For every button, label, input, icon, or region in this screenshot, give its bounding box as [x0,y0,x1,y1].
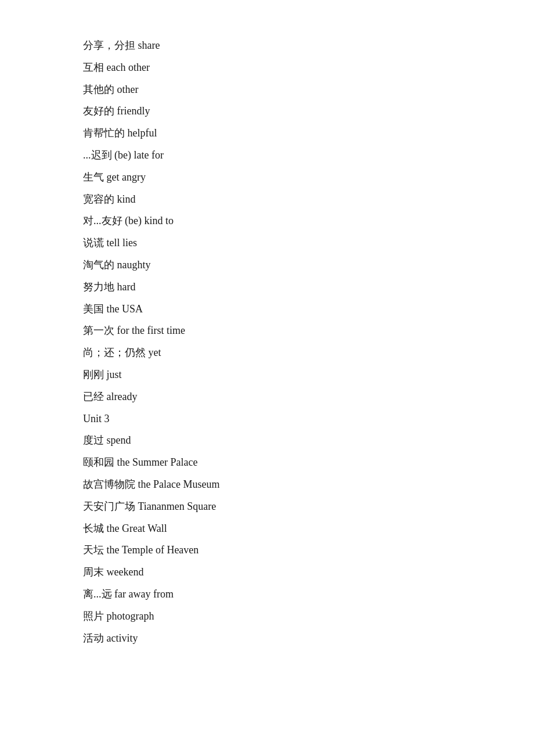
item-16: 刚刚 just [83,364,451,386]
item-9: 对...友好 (be) kind to [83,210,451,232]
unit-heading: Unit 3 [83,408,451,430]
main-content: 分享，分担 share互相 each other其他的 other友好的 fri… [0,0,534,684]
item-6: ...迟到 (be) late for [83,145,451,167]
item-1: 分享，分担 share [83,35,451,57]
item-4: 友好的 friendly [83,100,451,123]
item-15: 尚；还；仍然 yet [83,342,451,364]
item-10: 说谎 tell lies [83,232,451,254]
item-27: 活动 activity [83,628,451,650]
item-5: 肯帮忙的 helpful [83,123,451,145]
item-26: 照片 photograph [83,606,451,628]
item-3: 其他的 other [83,79,451,101]
item-23: 天坛 the Temple of Heaven [83,539,451,561]
item-24: 周末 weekend [83,561,451,584]
item-25: 离...远 far away from [83,584,451,606]
item-17: 已经 already [83,386,451,408]
item-19: 颐和园 the Summer Palace [83,452,451,474]
item-7: 生气 get angry [83,167,451,189]
item-2: 互相 each other [83,57,451,79]
item-22: 长城 the Great Wall [83,518,451,540]
item-14: 第一次 for the first time [83,320,451,342]
item-8: 宽容的 kind [83,189,451,211]
item-12: 努力地 hard [83,276,451,298]
item-13: 美国 the USA [83,298,451,321]
item-20: 故宫博物院 the Palace Museum [83,474,451,496]
item-18: 度过 spend [83,430,451,452]
item-21: 天安门广场 Tiananmen Square [83,496,451,518]
item-11: 淘气的 naughty [83,254,451,276]
